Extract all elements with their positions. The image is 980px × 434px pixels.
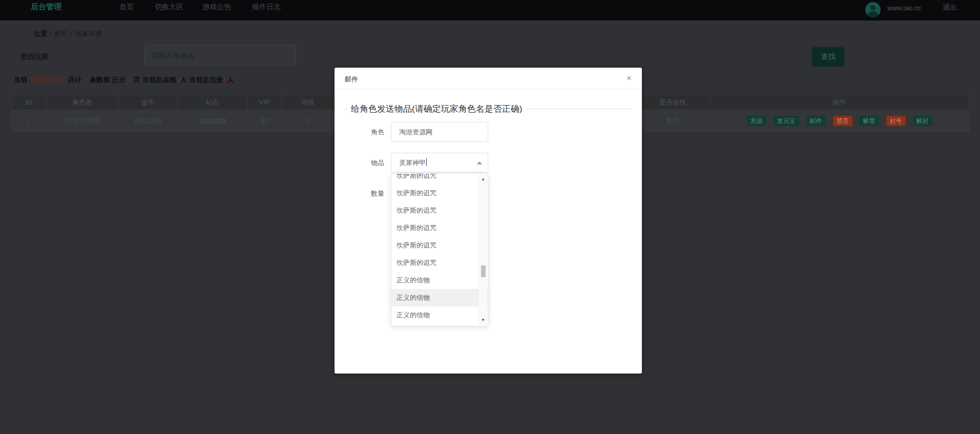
dropdown-item[interactable]: 坎萨斯的诅咒 xyxy=(391,219,488,237)
item-select-input[interactable]: 灵犀神甲 xyxy=(391,153,488,173)
dropdown-item[interactable]: 坎萨斯的诅咒 xyxy=(391,237,488,254)
role-field-value: 淘游资源网 xyxy=(399,128,432,136)
role-field-label: 角色 xyxy=(335,122,384,142)
dropdown-item[interactable]: 坎萨斯的诅咒 xyxy=(391,202,488,219)
text-cursor xyxy=(426,158,427,166)
dropdown-item[interactable]: 坎萨斯的诅咒 xyxy=(391,173,488,184)
role-field-input[interactable]: 淘游资源网 xyxy=(391,122,488,142)
dropdown-item[interactable]: 坎萨斯的诅咒 xyxy=(391,254,488,272)
mail-dialog: 邮件 × 给角色发送物品(请确定玩家角色名是否正确) 角色 淘游资源网 物品 灵… xyxy=(335,68,642,374)
close-icon[interactable]: × xyxy=(623,73,635,84)
item-dropdown: 坎萨斯的诅咒 坎萨斯的诅咒 坎萨斯的诅咒 坎萨斯的诅咒 坎萨斯的诅咒 坎萨斯的诅… xyxy=(391,173,488,326)
dialog-heading: 给角色发送物品(请确定玩家角色名是否正确) xyxy=(348,103,525,115)
scroll-down-icon[interactable]: ▼ xyxy=(479,317,487,324)
scroll-up-icon[interactable]: ▲ xyxy=(479,176,487,183)
role-field-row: 角色 淘游资源网 xyxy=(335,122,642,142)
caret-up-icon[interactable] xyxy=(477,161,482,164)
dropdown-item[interactable]: 正义的信物 xyxy=(391,272,488,289)
item-select-value: 灵犀神甲 xyxy=(399,159,426,167)
dialog-title: 邮件 xyxy=(345,75,358,84)
dropdown-item-hovered[interactable]: 正义的信物 xyxy=(391,289,488,306)
dropdown-item[interactable]: 坎萨斯的诅咒 xyxy=(391,184,488,202)
item-field-label: 物品 xyxy=(335,153,384,173)
dropdown-item[interactable]: 正义的信物 xyxy=(391,306,488,324)
dialog-header: 邮件 × xyxy=(335,68,642,89)
amount-field-label: 数量 xyxy=(335,183,384,203)
amount-field-row: 数量 xyxy=(335,183,642,203)
scrollbar-thumb[interactable] xyxy=(481,265,486,277)
dropdown-list: 坎萨斯的诅咒 坎萨斯的诅咒 坎萨斯的诅咒 坎萨斯的诅咒 坎萨斯的诅咒 坎萨斯的诅… xyxy=(391,173,488,324)
dropdown-scrollbar[interactable]: ▲ ▼ xyxy=(478,174,487,325)
item-field-row: 物品 灵犀神甲 xyxy=(335,153,642,173)
